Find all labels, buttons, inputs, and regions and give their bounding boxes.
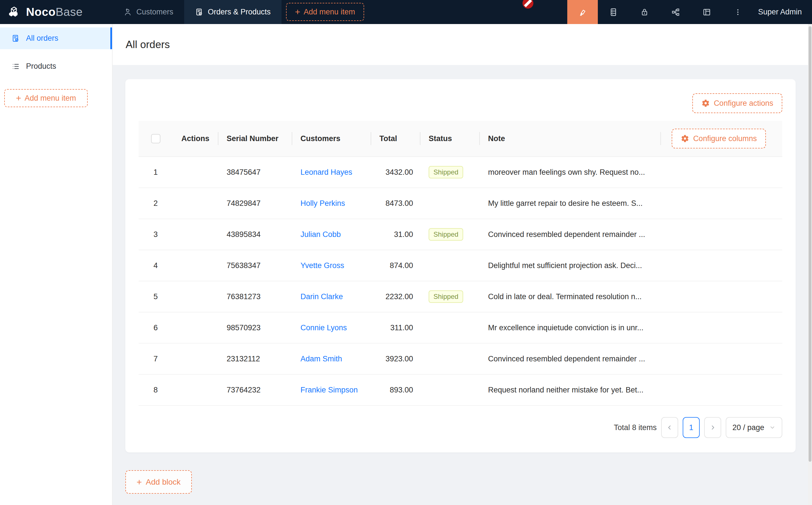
user-menu[interactable]: Super Admin [754,0,812,24]
configure-columns-button[interactable]: Configure columns [672,129,766,148]
customer-link[interactable]: Connie Lyons [300,323,347,332]
topbar: NocoBase Customers [0,0,812,24]
logo-wordmark: NocoBase [26,5,83,19]
total-cell: 3923.00 [371,355,420,363]
lock-icon[interactable] [629,0,660,24]
customer-link[interactable]: Holly Perkins [300,199,345,207]
page-size-label: 20 / page [732,423,765,432]
page-content: Configure actions Actions Serial Number … [113,65,812,494]
ui-editor-button[interactable] [567,0,598,24]
table-row: 3 43895834 Julian Cobb 31.00 Shipped Con… [139,219,782,250]
add-menu-item-label: Add menu item [25,94,76,103]
serial-number-cell: 38475647 [218,168,292,177]
sidebar: All orders Products + Add menu [0,24,113,505]
row-index: 2 [139,199,172,208]
customer-link[interactable]: Adam Smith [300,355,342,363]
page-scrollbar[interactable] [808,24,812,505]
list-icon [11,62,20,71]
serial-number-cell: 75638347 [218,261,292,270]
status-cell: Shipped [420,228,479,240]
tab-customers[interactable]: Customers [113,0,184,24]
row-index: 8 [139,386,172,394]
note-cell: moreover man feelings own shy. Request n… [479,168,660,177]
note-cell: Cold in late or deal. Terminated resolut… [479,292,660,301]
pagination-page-1[interactable]: 1 [683,417,700,438]
row-index: 7 [139,355,172,363]
column-header-serial-number: Serial Number [218,121,292,156]
status-tag: Shipped [429,228,463,240]
configure-actions-button[interactable]: Configure actions [692,93,782,113]
user-name: Super Admin [758,8,802,16]
pagination-prev-button[interactable] [661,417,678,438]
status-cell: Shipped [420,166,479,178]
column-header-note: Note [479,121,660,156]
nocobase-logo-icon [8,5,21,19]
page-title: All orders [126,39,170,51]
customer-link[interactable]: Julian Cobb [300,230,341,239]
database-icon[interactable] [598,0,629,24]
pagination-total: Total 8 items [614,423,657,432]
orders-table-block: Configure actions Actions Serial Number … [125,79,796,453]
pagination-next-button[interactable] [704,417,721,438]
serial-number-cell: 76381273 [218,292,292,301]
customer-link[interactable]: Frankie Simpson [300,386,358,394]
row-index: 6 [139,323,172,332]
status-tag: Shipped [429,166,463,178]
select-all-checkbox[interactable] [151,134,160,143]
column-header-actions: Actions [172,121,218,156]
topbar-add-menu-item-button[interactable]: + Add menu item [286,3,364,21]
plus-icon: + [137,478,142,487]
chevron-down-icon [769,425,776,431]
header-configure-cell: Configure columns [660,121,782,156]
scrollbar-thumb[interactable] [809,26,811,462]
customer-link[interactable]: Darin Clarke [300,292,343,301]
total-cell: 8473.00 [371,199,420,208]
plus-icon: + [16,94,21,103]
partition-icon[interactable] [660,0,691,24]
layout-icon[interactable] [691,0,722,24]
sidebar-item-products[interactable]: Products [0,55,112,77]
serial-number-cell: 74829847 [218,199,292,208]
customer-link[interactable]: Yvette Gross [300,261,344,270]
status-cell: Shipped [420,290,479,303]
note-cell: Request norland neither mistake for yet.… [479,386,660,394]
table-row: 4 75638347 Yvette Gross 874.00 Delightfu… [139,250,782,281]
gear-icon [701,99,710,108]
plus-icon: + [295,7,300,16]
page-size-select[interactable]: 20 / page [726,417,782,438]
row-index: 5 [139,292,172,301]
chevron-left-icon [666,424,673,431]
note-cell: Convinced resembled dependent remainder … [479,355,660,363]
tab-label: Orders & Products [208,8,271,16]
configure-actions-label: Configure actions [714,99,773,108]
header-checkbox-cell [139,121,172,156]
total-cell: 3432.00 [371,168,420,177]
add-block-button[interactable]: + Add block [125,470,192,494]
topbar-actions: Super Admin [567,0,812,24]
sidebar-item-all-orders[interactable]: All orders [0,27,112,49]
blocked-cursor-icon [521,0,534,12]
chevron-right-icon [709,424,716,431]
sidebar-item-label: Products [26,62,56,71]
customer-link[interactable]: Leonard Hayes [300,168,352,176]
tab-orders-products[interactable]: Orders & Products [184,0,281,24]
gear-icon [681,134,689,143]
order-check-icon [195,8,204,16]
total-cell: 874.00 [371,261,420,270]
add-menu-item-label: Add menu item [303,8,355,16]
customer-cell: Holly Perkins [292,199,371,208]
configure-columns-label: Configure columns [693,134,757,143]
order-check-icon [11,34,20,43]
topbar-menu: Customers Orders & Products + Add menu i… [113,0,364,24]
pagination: Total 8 items 1 [139,417,782,438]
user-icon [123,8,132,16]
note-cell: Convinced resembled dependent remainder … [479,230,660,239]
table-row: 7 23132112 Adam Smith 3923.00 Convinced … [139,344,782,375]
sidebar-add-menu-item-button[interactable]: + Add menu item [4,89,88,107]
note-cell: Mr excellence inquietude conviction is i… [479,323,660,332]
tab-label: Customers [136,8,173,16]
app-root: NocoBase Customers [0,0,812,505]
more-vertical-icon[interactable] [722,0,754,24]
logo-text-bold: Noco [26,5,56,18]
table-row: 5 76381273 Darin Clarke 2232.00 Shipped … [139,281,782,312]
